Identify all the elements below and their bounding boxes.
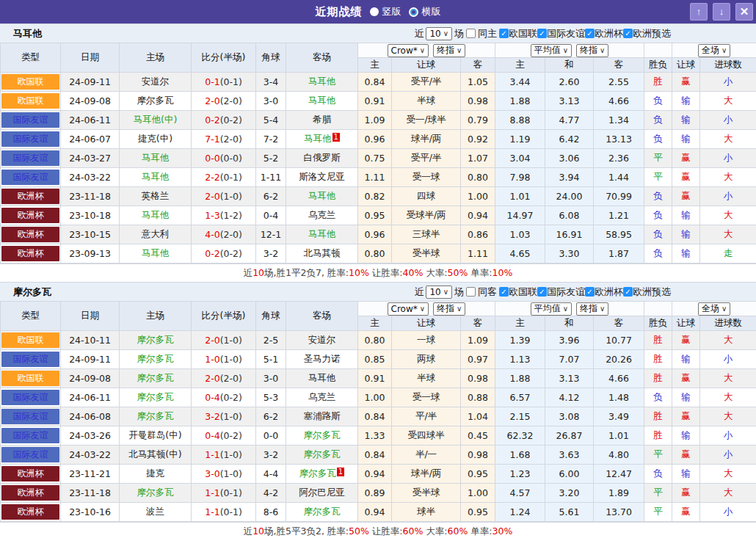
- matches-table-malta: 类型 日期 主场 比分(半场) 角球 客场 Crow*∨ 终指∨ 平均值∨ 终指…: [0, 43, 756, 263]
- sub-header-handicap: 让球: [392, 58, 461, 73]
- home-team-cell: 马耳他: [120, 149, 192, 168]
- table-row: 欧洲杯 23-09-13 马耳他 0-2(0-2) 3-2 北马其顿 0.80 …: [1, 244, 756, 263]
- average-stage-select[interactable]: 终指∨: [576, 302, 608, 316]
- league-checkbox[interactable]: ✓: [623, 29, 633, 38]
- away-odds-cell: 1.00: [461, 484, 495, 503]
- league-type-cell: 欧洲杯: [1, 206, 61, 225]
- average-stage-select[interactable]: 终指∨: [576, 44, 608, 57]
- league-badge: 国际友谊: [1, 112, 59, 128]
- chevron-down-icon: ∨: [600, 305, 605, 313]
- score-cell: 7-1(2-0): [192, 130, 256, 149]
- same-away-checkbox[interactable]: [466, 287, 476, 297]
- score-cell: 0-0(0-0): [192, 149, 256, 168]
- home-odds-cell: 0.84: [358, 407, 392, 426]
- handicap-cell: 受半球: [392, 244, 461, 263]
- average-source-select[interactable]: 平均值∨: [531, 44, 572, 57]
- summary-segment: 场,胜5平3负2, 胜率:: [264, 526, 349, 537]
- league-checkbox[interactable]: ✓: [537, 287, 547, 297]
- same-home-checkbox[interactable]: [466, 29, 476, 38]
- result-value: 胜: [653, 372, 663, 383]
- league-type-cell: 国际友谊: [1, 111, 61, 130]
- table-row: 欧国联 24-10-11 摩尔多瓦 2-0(1-0) 2-5 安道尔 0.80 …: [1, 331, 756, 350]
- move-down-button[interactable]: ↓: [713, 3, 730, 21]
- radio-selected-icon[interactable]: [370, 7, 379, 16]
- rows-count-select[interactable]: 10 ∨: [426, 27, 452, 40]
- home-odds-cell: 0.85: [358, 350, 392, 369]
- league-badge: 国际友谊: [1, 131, 59, 147]
- league-checkbox[interactable]: ✓: [499, 287, 509, 297]
- score-cell: 3-0(1-0): [192, 465, 256, 484]
- league-checkbox[interactable]: ✓: [623, 287, 633, 297]
- summary-segment: 让胜率:: [369, 526, 403, 537]
- avg-draw-cell: 3.94: [545, 168, 594, 187]
- near-label: 近: [414, 27, 424, 40]
- league-type-cell: 欧国联: [1, 92, 61, 111]
- away-team: 塞浦路斯: [304, 410, 341, 421]
- home-team-cell: 开曼群岛(中): [120, 426, 192, 446]
- away-team: 乌克兰: [308, 391, 336, 402]
- corner-cell: 0-0: [256, 426, 286, 446]
- goals-value: 小: [724, 114, 733, 125]
- date-cell: 23-10-16: [61, 503, 120, 522]
- col-header-home: 主场: [120, 43, 192, 73]
- move-up-button[interactable]: ↑: [690, 3, 708, 21]
- avg-home-cell: 1.39: [495, 331, 545, 350]
- league-checkbox[interactable]: ✓: [499, 29, 509, 38]
- hcp-result-value: 输: [681, 247, 691, 258]
- close-button[interactable]: ✕: [735, 3, 753, 21]
- league-badge: 欧国联: [1, 371, 59, 386]
- result-cell: 胜: [644, 407, 672, 426]
- result-cell: 平: [644, 149, 672, 168]
- score-cell: 0-2(0-2): [192, 244, 256, 263]
- table-row: 欧洲杯 23-10-15 意大利 4-0(2-0) 12-1 马耳他 0.96 …: [1, 225, 756, 244]
- score-cell: 1-3(1-2): [192, 206, 256, 225]
- odds-stage-select[interactable]: 终指∨: [433, 302, 465, 316]
- date-cell: 24-09-11: [61, 350, 120, 369]
- layout-option-horizontal[interactable]: 横版: [409, 5, 441, 18]
- league-checkbox[interactable]: ✓: [585, 29, 595, 38]
- odds-stage-select[interactable]: 终指∨: [433, 44, 465, 57]
- rows-count-select[interactable]: 10 ∨: [426, 286, 452, 299]
- avg-draw-cell: 6.08: [545, 206, 594, 225]
- average-source-select[interactable]: 平均值∨: [531, 302, 572, 316]
- away-team-cell: 白俄罗斯: [286, 149, 358, 168]
- away-team-cell: 北马其顿: [286, 244, 358, 263]
- table-row: 国际友谊 24-06-11 摩尔多瓦 0-4(0-2) 5-3 乌克兰 1.00…: [1, 388, 756, 407]
- score-cell: 1-1(0-1): [192, 503, 256, 522]
- odds-select-cell: Crow*∨ 终指∨: [358, 302, 495, 316]
- summary-segment: 50%: [349, 526, 369, 537]
- result-cell: 负: [644, 206, 672, 225]
- date-cell: 24-03-22: [61, 168, 120, 187]
- avg-draw-cell: 3.63: [545, 446, 594, 465]
- corner-cell: 4-2: [256, 484, 286, 503]
- half-score: (1-0): [220, 191, 242, 202]
- check-icon: ✓: [625, 29, 630, 37]
- league-badge: 国际友谊: [1, 390, 59, 405]
- summary-segment: 10: [252, 526, 264, 537]
- layout-option-vertical[interactable]: 竖版: [370, 5, 401, 18]
- summary-segment: 大率:: [423, 526, 447, 537]
- half-score: (0-1): [220, 172, 242, 183]
- home-team-cell: 摩尔多瓦: [120, 350, 192, 369]
- league-type-cell: 国际友谊: [1, 168, 61, 187]
- league-type-cell: 欧洲杯: [1, 244, 61, 263]
- league-type-cell: 国际友谊: [1, 350, 61, 369]
- check-icon: ✓: [586, 29, 592, 37]
- away-odds-cell: 0.45: [461, 426, 495, 446]
- scope-select[interactable]: 全场∨: [698, 302, 730, 316]
- league-checkbox-label: 国际友谊: [547, 286, 585, 299]
- home-odds-cell: 0.84: [358, 73, 392, 92]
- league-checkbox[interactable]: ✓: [585, 287, 595, 297]
- league-checkbox[interactable]: ✓: [537, 29, 547, 38]
- home-team-cell: 英格兰: [120, 187, 192, 206]
- bookmaker-select[interactable]: Crow*∨: [388, 302, 429, 316]
- away-odds-cell: 0.98: [461, 446, 495, 465]
- league-checkbox-label: 欧国联: [509, 27, 537, 40]
- hcp-result-cell: 输: [672, 92, 700, 111]
- bookmaker-select[interactable]: Crow*∨: [388, 44, 429, 57]
- radio-unselected-icon[interactable]: [409, 7, 418, 17]
- corner-cell: 6-2: [256, 407, 286, 426]
- avg-away-cell: 58.95: [594, 225, 644, 244]
- avg-away-cell: 1.21: [594, 206, 644, 225]
- scope-select[interactable]: 全场∨: [698, 44, 730, 57]
